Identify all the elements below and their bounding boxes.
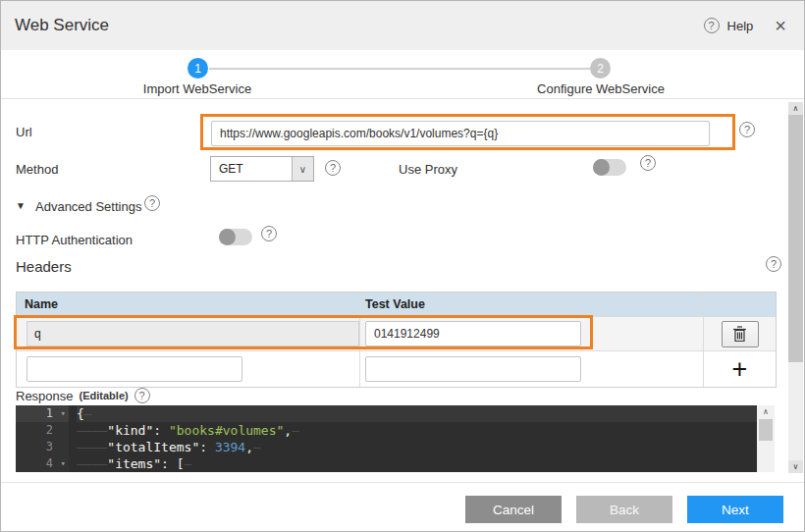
advanced-settings-toggle[interactable]: Advanced Settings [35, 199, 141, 214]
scroll-down-icon[interactable]: ∨ [788, 460, 803, 473]
cancel-button[interactable]: Cancel [465, 496, 562, 523]
url-highlight-box [200, 114, 735, 150]
advanced-settings-help-icon[interactable]: ? [144, 195, 160, 211]
code-line: {– [77, 405, 757, 422]
step2-circle[interactable]: 2 [590, 58, 611, 79]
editor-gutter: 1▾ 2 3 4▾ [16, 405, 69, 472]
fold-icon[interactable]: ▾ [61, 405, 66, 422]
use-proxy-help-icon[interactable]: ? [640, 155, 656, 171]
url-label: Url [16, 125, 32, 139]
help-icon[interactable]: ? [704, 18, 720, 33]
method-label: Method [16, 162, 58, 177]
page-title: Web Service [15, 16, 109, 35]
caret-down-icon[interactable]: ▼ [16, 200, 26, 211]
use-proxy-label: Use Proxy [399, 162, 457, 177]
dialog-body: Url ? Method GET ∨ ? Use Proxy ? ▼ Advan… [1, 99, 804, 482]
method-selected-value: GET [211, 162, 292, 176]
editor-code-area[interactable]: {– ————"kind": "books#volumes",– ————"to… [69, 405, 757, 472]
line-number: 1 [46, 406, 53, 420]
stepper-connector [209, 68, 590, 70]
dialog-scrollbar[interactable]: ∧ ∨ [788, 102, 803, 473]
table-header-row: Name Test Value [17, 293, 776, 316]
dialog-footer: Cancel Back Next [1, 482, 804, 532]
column-header-name: Name [17, 293, 360, 316]
editor-scrollbar[interactable]: ∧ [757, 405, 775, 472]
toggle-knob [593, 159, 610, 176]
web-service-dialog: Web Service ? Help × 1 Import WebService… [0, 0, 805, 532]
response-label: Response [16, 389, 74, 403]
headers-help-icon[interactable]: ? [766, 256, 781, 272]
delete-row-button[interactable] [722, 321, 759, 347]
headers-table: Name Test Value q [16, 292, 777, 388]
fold-icon[interactable]: ▾ [61, 455, 66, 472]
table-new-row: + [17, 350, 776, 387]
next-button[interactable]: Next [687, 496, 783, 523]
code-line: ————"kind": "books#volumes",– [77, 422, 757, 439]
back-button[interactable]: Back [576, 496, 672, 523]
close-icon[interactable]: × [775, 16, 786, 35]
dialog-scrollbar-thumb[interactable] [788, 115, 803, 362]
method-select[interactable]: GET ∨ [210, 156, 314, 182]
header-name-field[interactable]: q [27, 321, 359, 346]
table-row: q [17, 316, 776, 350]
scroll-up-icon[interactable]: ∧ [788, 102, 803, 115]
code-line: ————"totalItems": 3394,– [77, 439, 757, 455]
step1-circle[interactable]: 1 [188, 58, 208, 79]
response-code-editor[interactable]: 1▾ 2 3 4▾ {– ————"kind": "books#volumes"… [16, 405, 775, 472]
column-header-actions [704, 293, 776, 316]
url-help-icon[interactable]: ? [739, 122, 755, 137]
response-label-row: Response (Editable) ? [16, 388, 150, 403]
chevron-down-icon[interactable]: ∨ [292, 157, 313, 181]
scroll-up-icon[interactable]: ∧ [757, 405, 775, 418]
use-proxy-toggle[interactable] [593, 159, 626, 176]
trash-icon [732, 326, 747, 343]
response-help-icon[interactable]: ? [134, 388, 150, 403]
http-auth-help-icon[interactable]: ? [261, 226, 277, 241]
column-header-test-value: Test Value [360, 293, 704, 316]
line-number: 4 [46, 456, 53, 470]
line-number: 3 [46, 440, 53, 453]
http-auth-toggle[interactable] [219, 229, 252, 245]
header-value-input[interactable] [365, 321, 581, 346]
line-number: 2 [46, 423, 53, 437]
help-link[interactable]: Help [727, 19, 754, 33]
headers-title: Headers [16, 258, 72, 275]
step2-label: Configure WebService [537, 81, 665, 96]
code-line: ————"items": [– [77, 455, 757, 472]
dialog-header: Web Service ? Help × [1, 1, 804, 50]
http-auth-label: HTTP Authentication [16, 233, 133, 247]
url-input[interactable] [211, 121, 710, 146]
new-header-name-input[interactable] [27, 356, 242, 382]
response-editable-label: (Editable) [80, 390, 129, 401]
method-help-icon[interactable]: ? [325, 160, 341, 176]
step1-label: Import WebService [143, 81, 251, 96]
add-row-button[interactable]: + [732, 356, 748, 383]
new-header-value-input[interactable] [365, 356, 581, 382]
toggle-knob [219, 229, 236, 245]
editor-scrollbar-thumb[interactable] [759, 419, 773, 441]
wizard-stepper: 1 Import WebService 2 Configure WebServi… [1, 50, 804, 99]
